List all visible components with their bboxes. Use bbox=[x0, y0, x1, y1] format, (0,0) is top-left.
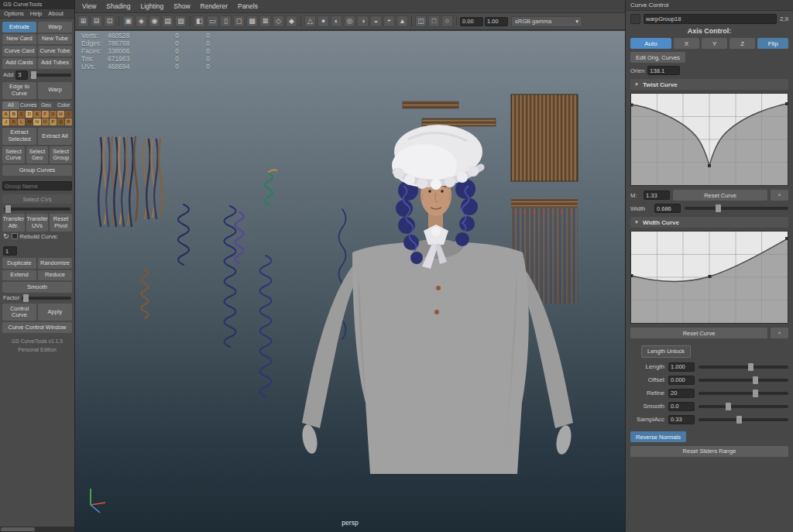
colorspace-dropdown[interactable]: sRGB gamma ▾ bbox=[511, 16, 582, 27]
width-reset-curve-button[interactable]: Reset Curve bbox=[630, 328, 767, 338]
slider-value-field[interactable] bbox=[668, 362, 695, 372]
transfer-attributes-button[interactable]: Transfer Attr. bbox=[2, 214, 25, 231]
slider-handle[interactable] bbox=[748, 363, 754, 371]
twist-curve-graph[interactable] bbox=[630, 93, 788, 186]
rebuild-refresh-icon[interactable]: ↻ bbox=[3, 233, 9, 240]
slider-handle[interactable] bbox=[753, 376, 758, 384]
duplicate-button[interactable]: Duplicate bbox=[2, 258, 36, 269]
width-field[interactable] bbox=[654, 204, 681, 213]
isolate-select-icon[interactable]: ◫ bbox=[415, 15, 427, 27]
width-slider[interactable] bbox=[685, 207, 788, 210]
color-swatch-i[interactable]: I bbox=[65, 111, 72, 118]
tab-warp[interactable]: Warp bbox=[38, 22, 72, 33]
slider-handle[interactable] bbox=[726, 403, 731, 410]
width-curve-graph[interactable] bbox=[630, 231, 788, 324]
color-swatch-e[interactable]: E bbox=[33, 111, 40, 118]
extract-selected-button[interactable]: Extract Selected bbox=[2, 128, 36, 145]
slider-track[interactable] bbox=[699, 366, 788, 369]
anti-alias-icon[interactable]: ▲ bbox=[396, 15, 408, 27]
select-cvs-label[interactable]: Select CVs bbox=[2, 194, 72, 204]
reduce-button[interactable]: Reduce bbox=[38, 270, 72, 281]
filter-tab-geo[interactable]: Geo bbox=[38, 101, 55, 109]
select-camera-icon[interactable]: ▣ bbox=[122, 15, 134, 27]
curve-card-button[interactable]: Curve Card bbox=[2, 46, 36, 57]
axis-x-button[interactable]: X bbox=[674, 38, 699, 49]
axis-flip-button[interactable]: Flip bbox=[757, 38, 788, 49]
select-cvs-slider-handle[interactable] bbox=[5, 205, 11, 213]
axis-y-button[interactable]: Y bbox=[702, 38, 727, 49]
slider-value-field[interactable] bbox=[668, 402, 695, 411]
factor-slider-handle[interactable] bbox=[23, 294, 29, 302]
color-swatch-m[interactable]: M bbox=[26, 118, 33, 125]
gamma-field[interactable] bbox=[485, 17, 508, 26]
color-swatch-c[interactable]: C bbox=[18, 111, 25, 118]
menu-options[interactable]: Options bbox=[4, 10, 24, 17]
edge-to-curve-button[interactable]: Edge to Curve bbox=[2, 82, 36, 99]
select-curve-button[interactable]: Select Curve bbox=[2, 146, 25, 163]
color-swatch-f[interactable]: F bbox=[42, 111, 49, 118]
menu-renderer[interactable]: Renderer bbox=[201, 2, 228, 10]
exposure-field[interactable] bbox=[460, 17, 483, 26]
color-swatch-g[interactable]: G bbox=[50, 111, 57, 118]
reverse-normals-button[interactable]: Reverse Normals bbox=[630, 431, 686, 442]
width-slider-handle[interactable] bbox=[716, 204, 721, 212]
group-indicator-button[interactable] bbox=[630, 14, 640, 24]
slider-value-field[interactable] bbox=[668, 415, 695, 424]
reset-pivot-button[interactable]: Reset Pivot bbox=[50, 214, 72, 231]
shaded-icon[interactable]: ● bbox=[318, 15, 329, 27]
snap-point-icon[interactable]: ⊡ bbox=[104, 15, 115, 27]
select-geo-button[interactable]: Select Geo bbox=[26, 146, 49, 163]
m-field[interactable] bbox=[644, 190, 670, 200]
edit-orig-curves-button[interactable]: Edit Orig. Curves bbox=[630, 52, 685, 63]
control-curve-button[interactable]: Control Curve bbox=[2, 304, 36, 321]
color-swatch-k[interactable]: K bbox=[10, 118, 17, 125]
width-curve-header[interactable]: ▼ Width Curve bbox=[630, 217, 788, 228]
slider-track[interactable] bbox=[699, 418, 788, 421]
add-tubes-button[interactable]: Add Tubes bbox=[38, 58, 72, 69]
image-plane-icon[interactable]: ▧ bbox=[175, 15, 187, 27]
smooth-button[interactable]: Smooth bbox=[2, 282, 72, 293]
group-curves-button[interactable]: Group Curves bbox=[2, 165, 72, 176]
warp-button[interactable]: Warp bbox=[38, 82, 72, 99]
twist-curve-header[interactable]: ▼ Twist Curve bbox=[630, 79, 788, 90]
field-chart-icon[interactable]: ⊠ bbox=[259, 15, 271, 27]
menu-show[interactable]: Show bbox=[173, 2, 190, 10]
color-swatch-b[interactable]: B bbox=[10, 111, 17, 118]
color-swatch-l[interactable]: L bbox=[18, 118, 25, 125]
width-collapse-button[interactable]: ^ bbox=[771, 328, 788, 338]
snap-grid-icon[interactable]: ⊞ bbox=[77, 15, 89, 27]
color-swatch-d[interactable]: D bbox=[26, 111, 33, 118]
color-swatch-n[interactable]: N bbox=[33, 118, 40, 125]
slider-handle[interactable] bbox=[753, 390, 758, 397]
film-gate-icon[interactable]: ▯ bbox=[220, 15, 232, 27]
transfer-uvs-button[interactable]: Transfer UVs bbox=[26, 214, 49, 231]
menu-panels[interactable]: Panels bbox=[238, 2, 258, 10]
curve-control-window-button[interactable]: Curve Control Window bbox=[2, 322, 72, 333]
color-swatch-a[interactable]: A bbox=[2, 111, 9, 118]
slider-track[interactable] bbox=[699, 392, 788, 395]
color-swatch-p[interactable]: P bbox=[50, 118, 57, 125]
viewport-canvas[interactable]: Verts:46052800Edges:78676800Faces:338006… bbox=[75, 31, 625, 532]
menu-help[interactable]: Help bbox=[30, 10, 42, 17]
twist-collapse-button[interactable]: ^ bbox=[771, 190, 788, 201]
orien-field[interactable] bbox=[647, 66, 680, 75]
add-count-slider-handle[interactable] bbox=[31, 71, 36, 79]
lights-icon[interactable]: ◎ bbox=[344, 15, 355, 27]
group-name-input[interactable] bbox=[2, 181, 72, 190]
safe-action-icon[interactable]: ◇ bbox=[273, 15, 284, 27]
axis-auto-button[interactable]: Auto bbox=[630, 38, 671, 49]
gate-mask-icon[interactable]: ▩ bbox=[246, 15, 258, 27]
reset-sliders-range-button[interactable]: Reset Sliders Range bbox=[630, 446, 788, 457]
textured-icon[interactable]: ◐ bbox=[331, 15, 342, 27]
filter-tab-all[interactable]: All bbox=[2, 101, 19, 109]
slider-handle[interactable] bbox=[736, 416, 742, 424]
filter-tab-color[interactable]: Color bbox=[55, 101, 72, 109]
extend-button[interactable]: Extend bbox=[2, 270, 36, 281]
screen-space-ao-icon[interactable]: ◒ bbox=[370, 15, 382, 27]
extract-all-button[interactable]: Extract All bbox=[38, 128, 72, 145]
xray-icon[interactable]: □ bbox=[428, 15, 440, 27]
snap-curve-icon[interactable]: ⊟ bbox=[91, 15, 102, 27]
warp-group-field[interactable] bbox=[644, 14, 777, 24]
axis-z-button[interactable]: Z bbox=[729, 38, 755, 49]
new-tube-button[interactable]: New Tube bbox=[38, 34, 72, 45]
